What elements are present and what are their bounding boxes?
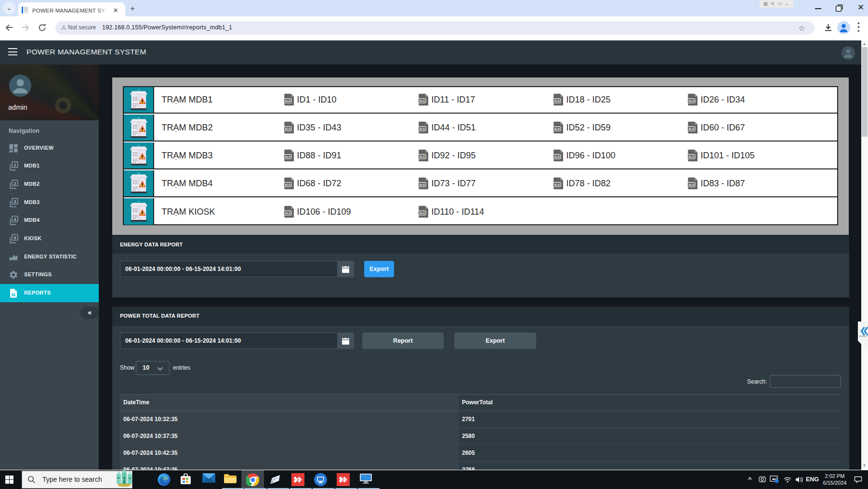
svg-text:3: 3: [13, 199, 16, 204]
svg-text:XLS: XLS: [688, 183, 694, 186]
svg-text:XLS: XLS: [554, 100, 560, 103]
svg-text:XLS: XLS: [285, 128, 290, 130]
svg-text:XLS: XLS: [285, 100, 290, 103]
svg-text:XLS: XLS: [419, 183, 425, 186]
svg-text:XLS: XLS: [554, 155, 560, 158]
svg-text:XLS: XLS: [419, 212, 425, 215]
svg-text:XLS: XLS: [285, 183, 290, 186]
svg-text:4: 4: [13, 217, 16, 222]
svg-text:XLS: XLS: [688, 155, 694, 158]
svg-text:XLS: XLS: [419, 100, 425, 103]
svg-text:XLS: XLS: [419, 128, 425, 130]
svg-text:2: 2: [13, 180, 16, 186]
svg-text:XLS: XLS: [285, 155, 290, 158]
svg-text:5: 5: [13, 235, 16, 240]
svg-text:XLS: XLS: [554, 128, 560, 130]
svg-text:XLS: XLS: [688, 128, 694, 130]
svg-text:XLS: XLS: [688, 100, 694, 103]
svg-text:1: 1: [13, 162, 16, 167]
svg-text:XLS: XLS: [285, 212, 290, 215]
svg-text:XLS: XLS: [419, 155, 425, 158]
svg-text:XLS: XLS: [554, 183, 560, 186]
